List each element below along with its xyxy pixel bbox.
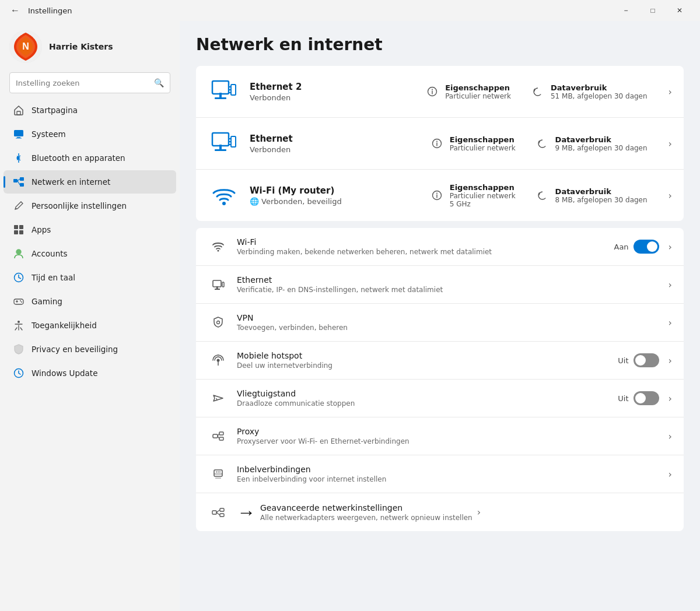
settings-item-text: Ethernet Verificatie, IP- en DNS-instell… [237,275,664,294]
setting-icon-ethernet [208,274,229,295]
accessibility-icon [13,319,24,331]
svg-rect-7 [13,179,18,182]
svg-point-35 [534,87,542,96]
titlebar-title: Instellingen [28,6,72,15]
bluetooth-icon [13,152,24,164]
settings-item-proxy[interactable]: Proxy Proxyserver voor Wi-Fi- en Etherne… [196,417,684,455]
svg-point-47 [222,202,226,205]
settings-item-vliegtuig[interactable]: Vliegtuigstand Draadloze communicatie st… [196,380,684,417]
svg-point-34 [432,89,433,90]
search-box[interactable]: 🔍 [9,72,170,93]
toggle-wifi[interactable] [634,240,659,254]
user-profile[interactable]: N Harrie Kisters [0,21,180,70]
setting-icon-airplane [208,388,229,409]
toggle-thumb [635,355,646,366]
network-card-1[interactable]: Ethernet Verbonden Eigenschappen Particu… [196,118,684,170]
arrow-row: → Geavanceerde netwerkinstellingen Alle … [237,501,473,523]
sidebar-item-toegankelijkheid[interactable]: Toegankelijkheid [4,314,176,337]
setting-icon-dialup [208,463,229,484]
svg-text:N: N [22,41,29,51]
shield-icon [13,343,24,355]
settings-item-right: Uit › [618,391,672,405]
settings-item-text: Inbelverbindingen Een inbelverbinding vo… [237,465,664,483]
network-icon [13,176,24,188]
svg-line-75 [216,512,220,515]
data-usage-text: Dataverbruik 8 MB, afgelopen 30 dagen [555,187,648,204]
data-icon [534,187,551,203]
action-sub2: 5 GHz [450,200,516,208]
network-card-2[interactable]: Wi-Fi (My router) 🌐 Verbonden, beveiligd… [196,170,684,221]
data-usage-action[interactable]: Dataverbruik 8 MB, afgelopen 30 dagen [532,185,650,206]
setting-icon-proxy [208,426,229,447]
sidebar-item-label: Systeem [32,129,66,139]
search-input[interactable] [16,79,149,87]
app-container: N Harrie Kisters 🔍 Startpagina Systeem [0,21,700,611]
maximize-button[interactable]: □ [639,0,666,21]
settings-item-vpn[interactable]: VPN Toevoegen, verbinden, beheren › [196,304,684,342]
window-controls: − □ ✕ [612,0,693,21]
sidebar-item-apps[interactable]: Apps [4,218,176,241]
close-button[interactable]: ✕ [666,0,693,21]
status-text: Verbonden [250,145,290,154]
sidebar-item-gaming[interactable]: Gaming [4,290,176,313]
titlebar: ← Instellingen − □ ✕ [0,0,700,21]
toggle-hotspot[interactable] [634,353,659,367]
properties-text: Eigenschappen Particulier netwerk [445,83,511,100]
svg-point-70 [219,472,220,473]
data-icon [530,83,546,100]
settings-section: Wi-Fi Verbinding maken, bekende netwerke… [196,228,684,531]
svg-point-57 [217,321,220,324]
svg-rect-72 [220,508,224,511]
properties-action[interactable]: Eigenschappen Particulier netwerk [426,133,518,154]
svg-rect-8 [20,177,24,181]
sidebar-item-accounts[interactable]: Accounts [4,242,176,265]
settings-item-title: Wi-Fi [237,237,614,247]
settings-item-inbel[interactable]: Inbelverbindingen Een inbelverbinding vo… [196,455,684,493]
toggle-vliegtuig[interactable] [634,391,659,405]
sidebar-item-startpagina[interactable]: Startpagina [4,99,176,122]
properties-action[interactable]: Eigenschappen Particulier netwerk 5 GHz [426,181,518,210]
network-card-icon [208,179,240,212]
svg-rect-53 [213,280,221,287]
data-usage-action[interactable]: Dataverbruik 9 MB, afgelopen 30 dagen [532,133,650,154]
toggle-label: Uit [618,394,628,403]
data-usage-action[interactable]: Dataverbruik 51 MB, afgelopen 30 dagen [527,81,650,103]
sidebar-item-tijd[interactable]: Tijd en taal [4,266,176,289]
settings-item-hotspot[interactable]: Mobiele hotspot Deel uw internetverbindi… [196,342,684,380]
sidebar-item-netwerk[interactable]: Netwerk en internet [4,170,176,194]
settings-item-sub: Proxyserver voor Wi-Fi- en Ethernet-verb… [237,437,664,445]
sidebar-item-bluetooth[interactable]: Bluetooth en apparaten [4,146,176,170]
svg-rect-5 [16,138,22,139]
network-card-0[interactable]: Ethernet 2 Verbonden Eigenschappen Parti… [196,66,684,118]
status-text: Verbonden [250,93,290,102]
settings-item-title: Inbelverbindingen [237,465,664,474]
search-container: 🔍 [0,70,180,98]
settings-item-ethernet[interactable]: Ethernet Verificatie, IP- en DNS-instell… [196,266,684,304]
svg-rect-71 [212,511,216,514]
svg-line-10 [18,179,20,181]
sidebar-item-systeem[interactable]: Systeem [4,122,176,146]
svg-rect-66 [215,477,221,479]
svg-rect-37 [219,145,222,149]
minimize-button[interactable]: − [612,0,639,21]
settings-item-geavanceerd[interactable]: → Geavanceerde netwerkinstellingen Alle … [196,493,684,531]
properties-action[interactable]: Eigenschappen Particulier netwerk [422,81,513,103]
svg-point-52 [218,250,219,252]
svg-point-21 [20,300,21,301]
sidebar-item-label: Privacy en beveiliging [32,345,118,354]
svg-point-46 [538,139,547,148]
toggle-label: Uit [618,356,628,365]
back-button[interactable]: ← [7,2,23,19]
sidebar-item-windowsupdate[interactable]: Windows Update [4,361,176,385]
svg-rect-60 [213,434,218,438]
nav-list: Startpagina Systeem Bluetooth en apparat… [0,98,180,385]
sidebar-item-privacy[interactable]: Privacy en beveiliging [4,338,176,361]
network-card-actions: Eigenschappen Particulier netwerk Datave… [422,81,672,103]
svg-rect-27 [215,97,226,99]
network-card-actions: Eigenschappen Particulier netwerk Datave… [426,133,672,154]
chevron-right-icon: › [668,393,672,404]
settings-item-wifi[interactable]: Wi-Fi Verbinding maken, bekende netwerke… [196,228,684,266]
sidebar-item-persoonlijk[interactable]: Persoonlijke instellingen [4,194,176,217]
update-icon [13,367,24,379]
settings-item-sub: Alle netwerkadapters weergeven, netwerk … [260,514,473,522]
